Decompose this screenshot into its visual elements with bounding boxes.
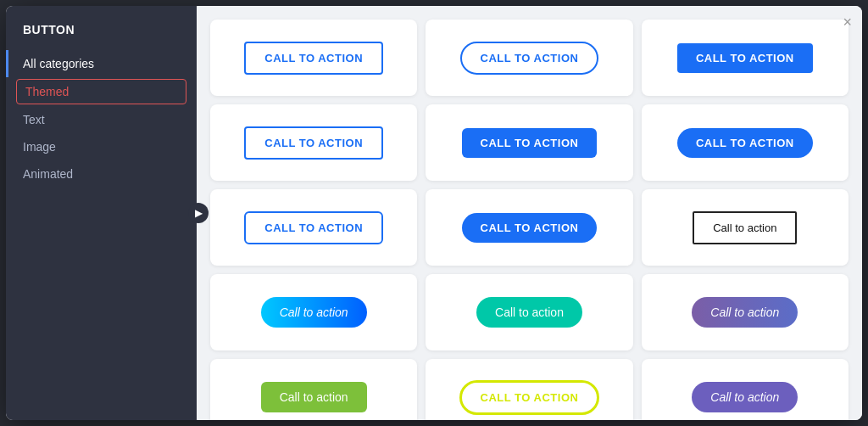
btn-card-r3b2: CALL TO ACTION — [426, 189, 632, 266]
btn-card-r1b1: CALL TO ACTION — [210, 20, 417, 96]
sidebar-item-image[interactable]: Image — [6, 133, 197, 160]
btn-r3b3[interactable]: Call to action — [693, 211, 797, 244]
btn-card-r3b1: CALL TO ACTION — [210, 189, 417, 266]
sidebar-item-all-categories[interactable]: All categories — [6, 50, 197, 77]
btn-r4b2[interactable]: Call to action — [476, 297, 582, 328]
btn-card-r2b1: CALL TO ACTION — [210, 104, 417, 181]
btn-r2b1[interactable]: CALL TO ACTION — [244, 126, 383, 160]
close-button[interactable]: × — [843, 14, 852, 30]
btn-card-r5b1: Call to action — [210, 359, 417, 420]
btn-card-r1b3: CALL TO ACTION — [642, 20, 849, 96]
btn-r4b3[interactable]: Call to action — [692, 297, 798, 328]
btn-card-r2b2: CALL TO ACTION — [426, 104, 632, 181]
button-grid: CALL TO ACTION CALL TO ACTION CALL TO AC… — [197, 6, 862, 420]
sidebar-nav: All categories Themed Text Image Animate… — [6, 50, 197, 188]
sidebar-item-themed[interactable]: Themed — [16, 79, 186, 104]
btn-r5b2[interactable]: CALL TO ACTION — [459, 380, 600, 415]
modal: × BUTTON All categories Themed Text Imag… — [6, 6, 862, 420]
btn-r1b3[interactable]: CALL TO ACTION — [677, 43, 813, 73]
btn-card-r1b2: CALL TO ACTION — [426, 20, 632, 96]
sidebar-item-animated[interactable]: Animated — [6, 160, 197, 188]
btn-card-r3b3: Call to action — [642, 189, 849, 266]
btn-card-r5b3: Call to action — [642, 359, 849, 420]
btn-card-r5b2: CALL TO ACTION — [426, 359, 632, 420]
btn-r2b2[interactable]: CALL TO ACTION — [462, 128, 598, 158]
btn-r3b2[interactable]: CALL TO ACTION — [462, 213, 598, 243]
btn-r1b2[interactable]: CALL TO ACTION — [460, 42, 599, 75]
btn-card-r4b1: Call to action — [210, 274, 417, 350]
btn-r3b1[interactable]: CALL TO ACTION — [244, 211, 383, 244]
sidebar-item-text[interactable]: Text — [6, 106, 197, 133]
btn-r1b1[interactable]: CALL TO ACTION — [244, 42, 383, 75]
btn-r4b1[interactable]: Call to action — [261, 297, 367, 328]
btn-r2b3[interactable]: CALL TO ACTION — [677, 128, 813, 158]
btn-card-r4b3: Call to action — [642, 274, 849, 350]
sidebar-collapse-arrow[interactable]: ▶ — [188, 203, 209, 223]
sidebar: BUTTON All categories Themed Text Image … — [6, 6, 197, 420]
btn-r5b3[interactable]: Call to action — [692, 382, 798, 412]
sidebar-title: BUTTON — [6, 23, 197, 50]
btn-card-r2b3: CALL TO ACTION — [642, 104, 849, 181]
btn-r5b1[interactable]: Call to action — [261, 382, 367, 412]
btn-card-r4b2: Call to action — [426, 274, 632, 350]
